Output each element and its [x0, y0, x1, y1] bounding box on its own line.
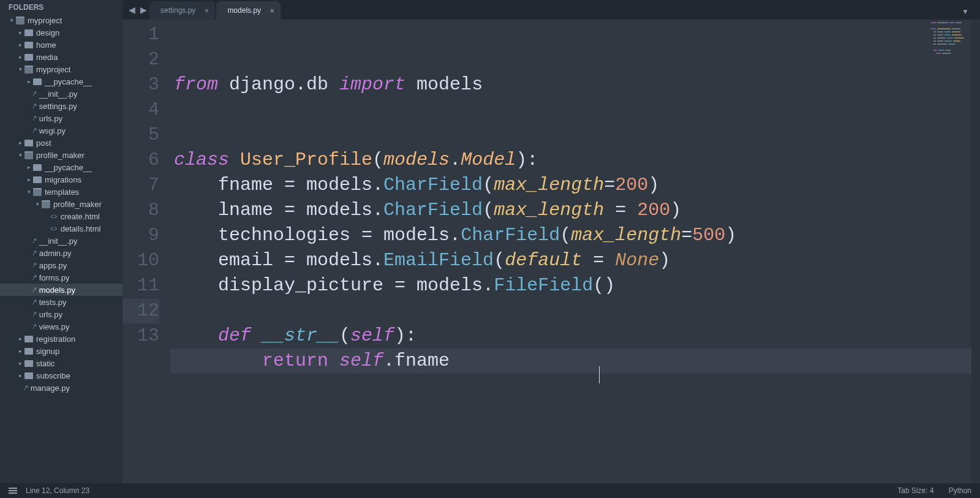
- tree-item-subscribe[interactable]: ▸subscribe: [0, 369, 123, 382]
- status-position[interactable]: Line 12, Column 23: [26, 486, 89, 495]
- tree-item---init---py[interactable]: /*__init__.py: [0, 235, 123, 247]
- code-line[interactable]: from django.db import models: [170, 72, 971, 97]
- chevron-right-icon[interactable]: ▸: [26, 164, 32, 170]
- chevron-right-icon[interactable]: ▸: [17, 372, 23, 379]
- code-line[interactable]: lname = models.CharField(max_length = 20…: [170, 198, 971, 223]
- tree-item-label: profile_maker: [53, 200, 102, 209]
- status-language[interactable]: Python: [949, 486, 971, 495]
- tree-item-admin-py[interactable]: /*admin.py: [0, 247, 123, 259]
- menu-icon[interactable]: [9, 488, 17, 494]
- tree-item-label: design: [36, 28, 59, 37]
- tree-item-design[interactable]: ▸design: [0, 26, 123, 39]
- tree-item-models-py[interactable]: /*models.py: [0, 284, 123, 296]
- tree-item-wsgi-py[interactable]: /*wsgi.py: [0, 124, 123, 137]
- code-line[interactable]: def __str__(self):: [170, 323, 971, 349]
- line-number[interactable]: 13: [123, 323, 159, 349]
- chevron-right-icon[interactable]: ▸: [17, 348, 23, 354]
- line-number[interactable]: 7: [123, 173, 159, 198]
- tree-item-signup[interactable]: ▸signup: [0, 345, 123, 357]
- line-number[interactable]: 11: [123, 273, 159, 298]
- code-line[interactable]: email = models.EmailField(default = None…: [170, 248, 971, 273]
- code-line[interactable]: technologies = models.CharField(max_leng…: [170, 223, 971, 248]
- tree-item-urls-py[interactable]: /*urls.py: [0, 112, 123, 124]
- tree-item---init---py[interactable]: /*__init__.py: [0, 88, 123, 100]
- line-number[interactable]: 2: [123, 47, 159, 72]
- close-icon[interactable]: ×: [270, 6, 274, 15]
- spacer-icon: [26, 91, 32, 97]
- chevron-right-icon[interactable]: ▸: [26, 176, 32, 183]
- tree-item-media[interactable]: ▸media: [0, 51, 123, 63]
- tab-overflow-icon[interactable]: ▼: [958, 4, 973, 20]
- tree-item---pycache--[interactable]: ▸__pycache__: [0, 161, 123, 173]
- tree-item-myproject[interactable]: ▾myproject: [0, 14, 123, 26]
- tree-item-home[interactable]: ▸home: [0, 39, 123, 51]
- chevron-down-icon[interactable]: ▾: [17, 152, 23, 158]
- tree-item-profile-maker[interactable]: ▾profile_maker: [0, 149, 123, 161]
- python-file-icon: /*: [33, 274, 36, 281]
- vertical-scrollbar[interactable]: [971, 20, 980, 483]
- tree-item-tests-py[interactable]: /*tests.py: [0, 296, 123, 308]
- tree-item-forms-py[interactable]: /*forms.py: [0, 271, 123, 284]
- tree-item-profile-maker[interactable]: ▾profile_maker: [0, 198, 123, 210]
- line-number[interactable]: 8: [123, 198, 159, 223]
- line-number[interactable]: 10: [123, 248, 159, 273]
- tree-item-manage-py[interactable]: /*manage.py: [0, 382, 123, 394]
- tab-settings-py[interactable]: settings.py×: [149, 1, 215, 20]
- chevron-right-icon[interactable]: ▸: [17, 54, 23, 60]
- status-tab-size[interactable]: Tab Size: 4: [897, 486, 933, 495]
- tree-item-label: __pycache__: [45, 77, 92, 86]
- code-line[interactable]: return self.fname: [170, 349, 971, 374]
- tab-models-py[interactable]: models.py×: [216, 1, 281, 20]
- tree-item-label: __init__.py: [39, 89, 78, 99]
- tree-item-myproject[interactable]: ▾myproject: [0, 63, 123, 75]
- line-number[interactable]: 9: [123, 223, 159, 248]
- code-area[interactable]: from django.db import modelsclass User_P…: [170, 20, 971, 483]
- tree-item-urls-py[interactable]: /*urls.py: [0, 308, 123, 320]
- chevron-right-icon[interactable]: ▸: [17, 336, 23, 342]
- chevron-right-icon[interactable]: ▸: [17, 140, 23, 146]
- code-line[interactable]: fname = models.CharField(max_length=200): [170, 173, 971, 198]
- line-number-gutter[interactable]: 12345678910111213: [123, 20, 170, 483]
- code-line[interactable]: [170, 97, 971, 123]
- spacer-icon: [43, 225, 49, 232]
- code-line[interactable]: class User_Profile(models.Model):: [170, 148, 971, 173]
- tree-item-label: admin.py: [39, 249, 72, 258]
- chevron-down-icon[interactable]: ▾: [9, 17, 15, 23]
- tree-item---pycache--[interactable]: ▸__pycache__: [0, 75, 123, 88]
- tree-item-registration[interactable]: ▸registration: [0, 333, 123, 345]
- chevron-right-icon[interactable]: ▸: [26, 78, 32, 85]
- chevron-down-icon[interactable]: ▾: [34, 201, 40, 207]
- tree-item-apps-py[interactable]: /*apps.py: [0, 259, 123, 271]
- line-number[interactable]: 1: [123, 22, 159, 47]
- tree-item-post[interactable]: ▸post: [0, 137, 123, 149]
- nav-forward-icon[interactable]: ▶: [140, 5, 147, 15]
- tree-item-details-html[interactable]: <>details.html: [0, 222, 123, 235]
- line-number[interactable]: 6: [123, 148, 159, 173]
- chevron-right-icon[interactable]: ▸: [17, 360, 23, 366]
- line-number[interactable]: 5: [123, 123, 159, 148]
- tree-item-static[interactable]: ▸static: [0, 357, 123, 369]
- tree-item-migrations[interactable]: ▸migrations: [0, 173, 123, 186]
- chevron-down-icon[interactable]: ▾: [17, 66, 23, 72]
- line-number[interactable]: 4: [123, 97, 159, 123]
- close-icon[interactable]: ×: [205, 6, 209, 15]
- chevron-down-icon[interactable]: ▾: [26, 189, 32, 195]
- tree-item-settings-py[interactable]: /*settings.py: [0, 100, 123, 112]
- tree-item-views-py[interactable]: /*views.py: [0, 320, 123, 333]
- folder-tree[interactable]: ▾myproject▸design▸home▸media▾myproject▸_…: [0, 14, 123, 483]
- chevron-right-icon[interactable]: ▸: [17, 42, 23, 48]
- code-line[interactable]: display_picture = models.FileField(): [170, 273, 971, 298]
- chevron-right-icon[interactable]: ▸: [17, 29, 23, 36]
- tree-item-label: myproject: [28, 16, 62, 25]
- minimap[interactable]: [931, 22, 968, 54]
- line-number[interactable]: 12: [123, 298, 159, 323]
- line-number[interactable]: 3: [123, 72, 159, 97]
- tree-item-templates[interactable]: ▾templates: [0, 186, 123, 198]
- code-line[interactable]: [170, 374, 971, 399]
- tree-item-create-html[interactable]: <>create.html: [0, 210, 123, 222]
- code-line[interactable]: [170, 298, 971, 323]
- main-area: FOLDERS ▾myproject▸design▸home▸media▾myp…: [0, 0, 980, 483]
- nav-back-icon[interactable]: ◀: [129, 5, 135, 15]
- code-line[interactable]: [170, 123, 971, 148]
- html-file-icon: <>: [50, 213, 58, 220]
